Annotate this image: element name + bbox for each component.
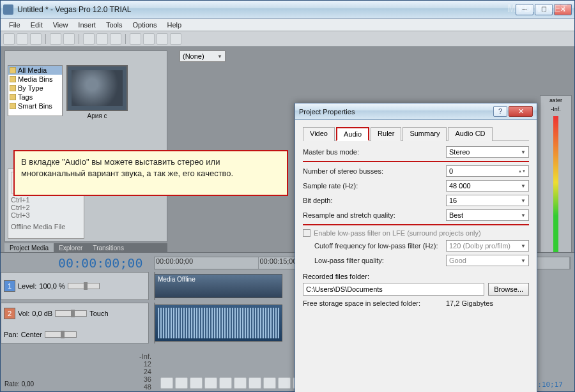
menu-view[interactable]: View xyxy=(49,20,73,30)
track-number: 2 xyxy=(4,308,15,319)
menu-tools[interactable]: Tools xyxy=(102,20,127,30)
media-tree[interactable]: All Media Media Bins By Type Tags Smart … xyxy=(8,65,63,116)
playback-rate[interactable]: Rate: 0,00 xyxy=(4,381,34,388)
dialog-tabs: Video Audio Ruler Summary Audio CD xyxy=(303,126,529,141)
toolbar-button[interactable] xyxy=(83,33,95,45)
toolbar-button[interactable] xyxy=(63,33,75,45)
tree-item[interactable]: Smart Bins xyxy=(18,102,52,110)
tree-item[interactable]: All Media xyxy=(18,66,47,74)
level-slider[interactable] xyxy=(68,283,100,289)
free-space-value: 17,2 Gigabytes xyxy=(446,299,529,307)
play-icon[interactable] xyxy=(204,377,217,389)
close-button[interactable]: ✕ xyxy=(554,4,572,15)
minimize-button[interactable]: ─ xyxy=(516,4,533,15)
stereo-busses-field[interactable]: 0▲▼ xyxy=(446,165,529,177)
vol-slider[interactable] xyxy=(55,310,87,317)
pan-slider[interactable] xyxy=(45,331,77,338)
tab-audio-cd[interactable]: Audio CD xyxy=(448,127,492,141)
close-icon[interactable]: ✕ xyxy=(509,106,533,117)
toolbar-button[interactable] xyxy=(50,33,61,45)
record-icon[interactable] xyxy=(160,377,173,389)
menu-file[interactable]: File xyxy=(4,20,25,30)
menu-edit[interactable]: Edit xyxy=(26,20,47,30)
toolbar-button[interactable] xyxy=(110,33,121,45)
audio-track-header[interactable]: 2 Vol:0,0 dB Touch Pan:Center xyxy=(1,303,149,343)
menu-help[interactable]: Help xyxy=(162,20,186,30)
audio-clip[interactable] xyxy=(155,305,282,342)
tab-audio[interactable]: Audio xyxy=(336,127,369,141)
menu-insert[interactable]: Insert xyxy=(73,20,100,30)
resample-quality-dropdown[interactable]: Best▼ xyxy=(446,209,529,221)
menu-options[interactable]: Options xyxy=(128,20,162,30)
recorded-folder-label: Recorded files folder: xyxy=(303,273,529,280)
toolbar-button[interactable] xyxy=(17,33,28,45)
app-icon xyxy=(3,4,13,15)
toolbar-button[interactable] xyxy=(96,33,108,45)
project-properties-dialog: Project Properties ? ✕ Video Audio Ruler… xyxy=(295,103,537,392)
timeline-transport xyxy=(160,377,305,389)
toolbar-button[interactable] xyxy=(143,33,155,45)
dialog-title: Project Properties xyxy=(299,108,355,116)
main-timecode[interactable]: 00:00:00;00 xyxy=(58,255,142,271)
window-title: Untitled * - Vegas Pro 12.0 TRIAL xyxy=(17,5,132,14)
go-start-icon[interactable] xyxy=(249,377,261,389)
titlebar: Untitled * - Vegas Pro 12.0 TRIAL ─ ☐ ✕ xyxy=(1,1,574,19)
toolbar-button[interactable] xyxy=(130,33,141,45)
video-track-header[interactable]: 1 Level: 100,0 % xyxy=(1,272,149,300)
master-bus-dropdown[interactable]: Stereo▼ xyxy=(446,146,529,158)
toolbar-button[interactable] xyxy=(30,33,42,45)
go-end-icon[interactable] xyxy=(263,377,276,389)
project-media-panel: All Media Media Bins By Type Tags Smart … xyxy=(4,50,167,242)
prev-frame-icon[interactable] xyxy=(278,377,291,389)
automation-mode[interactable]: Touch xyxy=(89,310,108,317)
tutorial-callout: В вкладке "Audio" вы можете выставить ст… xyxy=(13,150,288,196)
maximize-button[interactable]: ☐ xyxy=(535,4,553,15)
loop-icon[interactable] xyxy=(175,377,188,389)
tab-video[interactable]: Video xyxy=(303,127,335,141)
toolbar-button[interactable] xyxy=(170,33,181,45)
track-number: 1 xyxy=(4,280,15,292)
lfe-checkbox[interactable] xyxy=(303,229,310,237)
audio-track: 2 Vol:0,0 dB Touch Pan:Center -Inf. 12 2… xyxy=(1,303,149,343)
recorded-folder-field[interactable] xyxy=(303,283,484,296)
lpf-quality-dropdown: Good▼ xyxy=(446,255,529,266)
help-icon[interactable]: ? xyxy=(493,106,507,117)
cutoff-dropdown: 120 (Dolby pro/film)▼ xyxy=(446,240,529,252)
tab-summary[interactable]: Summary xyxy=(402,127,447,141)
toolbar-button[interactable] xyxy=(157,33,168,45)
toolbar-button[interactable] xyxy=(3,33,15,45)
video-clip[interactable]: Media Offline xyxy=(155,274,282,298)
bit-depth-dropdown[interactable]: 16▼ xyxy=(446,195,529,206)
dialog-titlebar[interactable]: Project Properties ? ✕ xyxy=(295,103,537,120)
tree-item[interactable]: Tags xyxy=(18,93,33,101)
pause-icon[interactable] xyxy=(219,377,232,389)
media-thumbnail[interactable] xyxy=(66,65,128,111)
tree-item[interactable]: Media Bins xyxy=(18,75,52,83)
thumb-caption: Ария с xyxy=(66,112,128,119)
sample-rate-dropdown[interactable]: 48 000▼ xyxy=(446,180,529,192)
tree-item[interactable]: By Type xyxy=(18,84,43,92)
main-toolbar xyxy=(1,31,574,47)
fx-none-dropdown[interactable]: (None)▼ xyxy=(180,50,226,62)
video-track: 1 Level: 100,0 % Media Offline xyxy=(1,272,149,300)
menubar: File Edit View Insert Tools Options Help xyxy=(1,19,574,31)
browse-button[interactable]: Browse... xyxy=(488,283,529,296)
play-start-icon[interactable] xyxy=(190,377,203,389)
tab-ruler[interactable]: Ruler xyxy=(371,127,401,141)
stop-icon[interactable] xyxy=(234,377,247,389)
